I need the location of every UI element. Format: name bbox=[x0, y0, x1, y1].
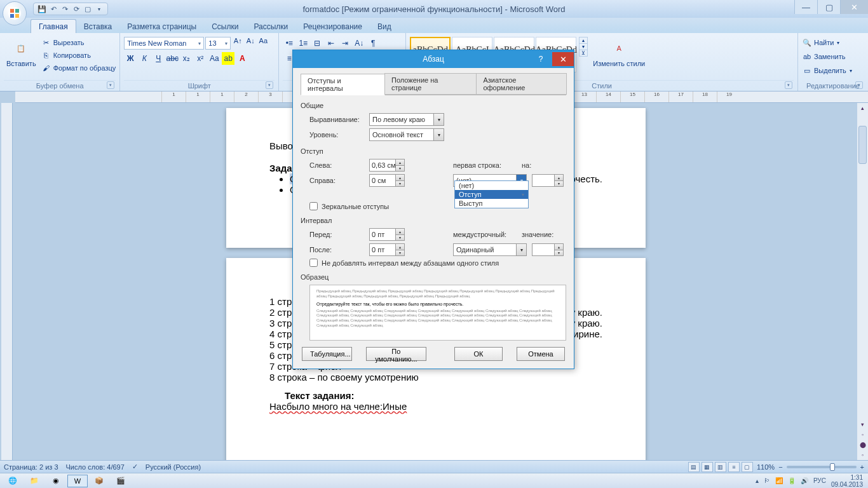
scroll-thumb[interactable] bbox=[858, 126, 867, 164]
spinner-up-icon[interactable]: ▴ bbox=[395, 229, 404, 235]
format-painter-button[interactable]: 🖌Формат по образцу bbox=[41, 62, 116, 74]
no-space-check[interactable]: Не добавлять интервал между абзацами одн… bbox=[309, 259, 566, 267]
cut-button[interactable]: ✂Вырезать bbox=[41, 37, 116, 48]
zoom-in-icon[interactable]: + bbox=[860, 463, 864, 471]
qat-dropdown-icon[interactable]: ▾ bbox=[95, 4, 104, 13]
font-size-select[interactable]: 13 bbox=[205, 37, 231, 50]
bold-button[interactable]: Ж bbox=[124, 52, 137, 65]
tray-up-icon[interactable]: ▴ bbox=[756, 477, 759, 484]
tab-review[interactable]: Рецензирование bbox=[295, 20, 370, 33]
spinner-down-icon[interactable]: ▾ bbox=[554, 181, 563, 187]
tab-references[interactable]: Ссылки bbox=[204, 20, 246, 33]
chevron-down-icon[interactable]: ▾ bbox=[433, 129, 444, 140]
space-before-spinner[interactable]: 0 пт▴▾ bbox=[369, 228, 405, 241]
web-view[interactable]: ▥ bbox=[715, 462, 726, 472]
chrome-icon[interactable]: ◉ bbox=[46, 475, 66, 487]
select-button[interactable]: ▭Выделить▾ bbox=[802, 65, 852, 76]
word-count[interactable]: Число слов: 4/697 bbox=[66, 463, 125, 471]
flag-icon[interactable]: 🏳 bbox=[764, 477, 770, 484]
tabs-button[interactable]: Табуляция... bbox=[302, 347, 352, 361]
indent-left-spinner[interactable]: 0,63 см▴▾ bbox=[369, 159, 405, 172]
repeat-icon[interactable]: ⟳ bbox=[72, 4, 81, 13]
spinner-up-icon[interactable]: ▴ bbox=[395, 159, 404, 166]
redo-icon[interactable]: ↷ bbox=[60, 4, 69, 13]
show-marks-button[interactable]: ¶ bbox=[367, 37, 379, 50]
font-name-select[interactable]: Times New Roman bbox=[124, 37, 204, 50]
change-styles-button[interactable]: A Изменить стили bbox=[590, 37, 648, 69]
zoom-handle[interactable] bbox=[830, 463, 835, 471]
line-spacing-combo[interactable]: Одинарный▾ bbox=[453, 243, 527, 256]
spinner-down-icon[interactable]: ▾ bbox=[395, 181, 404, 187]
spinner-up-icon[interactable]: ▴ bbox=[554, 175, 563, 181]
spinner-up-icon[interactable]: ▴ bbox=[554, 244, 563, 250]
superscript-button[interactable]: x² bbox=[194, 52, 207, 65]
multilevel-button[interactable]: ⊟ bbox=[311, 37, 323, 50]
battery-icon[interactable]: 🔋 bbox=[788, 477, 796, 484]
subscript-button[interactable]: x₂ bbox=[180, 52, 193, 65]
dropdown-option-hanging[interactable]: Выступ bbox=[455, 199, 528, 208]
tab-home[interactable]: Главная bbox=[31, 19, 76, 33]
dlg-tab-indents[interactable]: Отступы и интервалы bbox=[301, 74, 385, 95]
strike-button[interactable]: abc bbox=[166, 52, 179, 65]
line-at-spinner[interactable]: ▴▾ bbox=[532, 243, 564, 256]
ok-button[interactable]: ОК bbox=[454, 347, 503, 361]
default-button[interactable]: По умолчанию... bbox=[366, 347, 426, 361]
spinner-down-icon[interactable]: ▾ bbox=[554, 250, 563, 256]
chevron-down-icon[interactable]: ▾ bbox=[516, 244, 526, 255]
dialog-help-icon[interactable]: ? bbox=[532, 55, 550, 64]
new-icon[interactable]: ▢ bbox=[83, 4, 92, 13]
clear-format-icon[interactable]: Aa bbox=[257, 37, 269, 50]
grow-font-icon[interactable]: A↑ bbox=[232, 37, 243, 50]
save-icon[interactable]: 💾 bbox=[37, 4, 46, 13]
browse-icon[interactable]: ⬤ bbox=[857, 440, 868, 450]
change-case-button[interactable]: Aa bbox=[208, 52, 220, 65]
zoom-out-icon[interactable]: − bbox=[778, 463, 782, 471]
dialog-titlebar[interactable]: Абзац ? ✕ bbox=[293, 50, 574, 68]
sort-button[interactable]: A↓ bbox=[353, 37, 365, 50]
space-after-spinner[interactable]: 0 пт▴▾ bbox=[369, 243, 405, 256]
tab-insert[interactable]: Вставка bbox=[76, 20, 120, 33]
find-button[interactable]: 🔍Найти▾ bbox=[802, 37, 839, 48]
zoom-slider[interactable] bbox=[787, 466, 857, 468]
underline-button[interactable]: Ч bbox=[152, 52, 165, 65]
outline-level-combo[interactable]: Основной текст▾ bbox=[369, 128, 444, 141]
spinner-down-icon[interactable]: ▾ bbox=[395, 166, 404, 172]
word-icon[interactable]: W bbox=[67, 475, 88, 487]
media-icon[interactable]: 🎬 bbox=[111, 475, 131, 487]
winrar-icon[interactable]: 📦 bbox=[89, 475, 109, 487]
indent-right-spinner[interactable]: 0 см▴▾ bbox=[369, 174, 405, 187]
lang-indicator[interactable]: РУС bbox=[813, 477, 826, 484]
network-icon[interactable]: 📶 bbox=[775, 477, 783, 484]
draft-view[interactable]: ▢ bbox=[742, 462, 753, 472]
numbering-button[interactable]: 1≡ bbox=[297, 37, 309, 50]
gallery-up-icon[interactable]: ▴ bbox=[580, 37, 587, 43]
explorer-icon[interactable]: 📁 bbox=[24, 475, 44, 487]
maximize-button[interactable]: ▢ bbox=[817, 0, 840, 14]
spinner-down-icon[interactable]: ▾ bbox=[395, 250, 404, 256]
next-page-icon[interactable]: ◦ bbox=[857, 450, 868, 460]
outline-view[interactable]: ≡ bbox=[728, 462, 740, 472]
fullscreen-view[interactable]: ▦ bbox=[702, 462, 713, 472]
alignment-combo[interactable]: По левому краю▾ bbox=[369, 113, 444, 126]
spinner-up-icon[interactable]: ▴ bbox=[395, 175, 404, 181]
spinner-up-icon[interactable]: ▴ bbox=[395, 244, 404, 250]
page-status[interactable]: Страница: 2 из 3 bbox=[4, 463, 58, 471]
tab-mailings[interactable]: Рассылки bbox=[246, 20, 295, 33]
prev-page-icon[interactable]: ◦ bbox=[857, 430, 868, 440]
paste-button[interactable]: 📋 Вставить bbox=[4, 37, 39, 69]
office-button[interactable] bbox=[3, 1, 27, 25]
clock[interactable]: 1:31 09.04.2013 bbox=[831, 474, 865, 488]
shrink-font-icon[interactable]: A↓ bbox=[245, 37, 256, 50]
no-space-checkbox[interactable] bbox=[309, 259, 318, 267]
tab-pagelayout[interactable]: Разметка страницы bbox=[119, 20, 204, 33]
dec-indent-button[interactable]: ⇤ bbox=[325, 37, 337, 50]
minimize-button[interactable]: — bbox=[794, 0, 817, 14]
font-color-button[interactable]: A bbox=[236, 52, 248, 65]
zoom-value[interactable]: 110% bbox=[757, 463, 775, 471]
close-button[interactable]: ✕ bbox=[840, 0, 868, 14]
bullets-button[interactable]: •≡ bbox=[283, 37, 295, 50]
spinner-down-icon[interactable]: ▾ bbox=[395, 235, 404, 241]
indent-by-spinner[interactable]: ▴▾ bbox=[532, 174, 564, 187]
mirror-checkbox[interactable] bbox=[309, 202, 318, 210]
chevron-down-icon[interactable]: ▾ bbox=[433, 114, 444, 125]
